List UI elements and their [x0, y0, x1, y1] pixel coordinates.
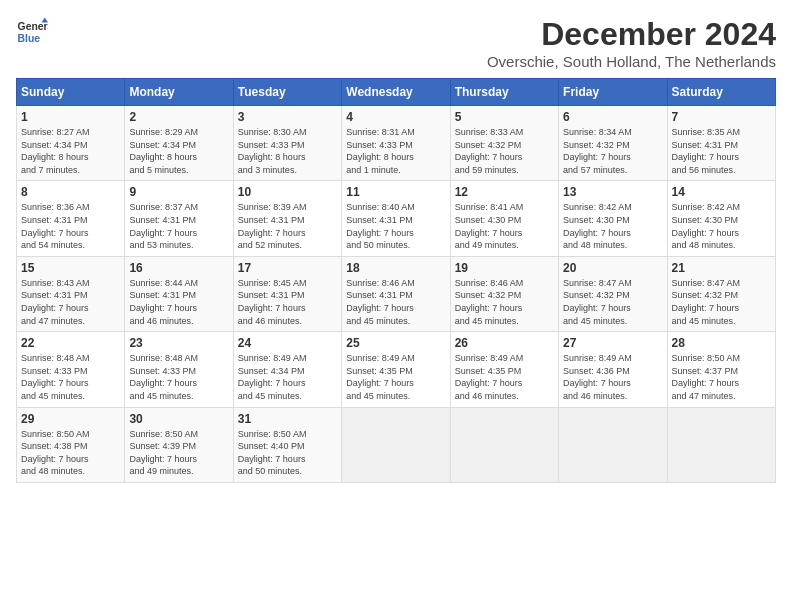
day-number: 29	[21, 412, 120, 426]
day-detail: Sunrise: 8:42 AM Sunset: 4:30 PM Dayligh…	[563, 201, 662, 251]
day-number: 21	[672, 261, 771, 275]
day-detail: Sunrise: 8:46 AM Sunset: 4:31 PM Dayligh…	[346, 277, 445, 327]
day-number: 1	[21, 110, 120, 124]
day-of-week-header: Thursday	[450, 79, 558, 106]
day-detail: Sunrise: 8:50 AM Sunset: 4:37 PM Dayligh…	[672, 352, 771, 402]
day-number: 4	[346, 110, 445, 124]
calendar-day-cell: 16Sunrise: 8:44 AM Sunset: 4:31 PM Dayli…	[125, 256, 233, 331]
svg-marker-2	[42, 18, 48, 23]
calendar-day-cell: 1Sunrise: 8:27 AM Sunset: 4:34 PM Daylig…	[17, 106, 125, 181]
calendar-week-row: 22Sunrise: 8:48 AM Sunset: 4:33 PM Dayli…	[17, 332, 776, 407]
day-number: 25	[346, 336, 445, 350]
calendar-table: SundayMondayTuesdayWednesdayThursdayFrid…	[16, 78, 776, 483]
calendar-day-cell: 5Sunrise: 8:33 AM Sunset: 4:32 PM Daylig…	[450, 106, 558, 181]
calendar-day-cell: 14Sunrise: 8:42 AM Sunset: 4:30 PM Dayli…	[667, 181, 775, 256]
calendar-day-cell: 7Sunrise: 8:35 AM Sunset: 4:31 PM Daylig…	[667, 106, 775, 181]
day-detail: Sunrise: 8:39 AM Sunset: 4:31 PM Dayligh…	[238, 201, 337, 251]
calendar-day-cell: 29Sunrise: 8:50 AM Sunset: 4:38 PM Dayli…	[17, 407, 125, 482]
day-number: 14	[672, 185, 771, 199]
day-number: 16	[129, 261, 228, 275]
calendar-day-cell: 19Sunrise: 8:46 AM Sunset: 4:32 PM Dayli…	[450, 256, 558, 331]
calendar-day-cell: 22Sunrise: 8:48 AM Sunset: 4:33 PM Dayli…	[17, 332, 125, 407]
day-detail: Sunrise: 8:45 AM Sunset: 4:31 PM Dayligh…	[238, 277, 337, 327]
page-header: General Blue December 2024 Overschie, So…	[16, 16, 776, 70]
day-of-week-header: Monday	[125, 79, 233, 106]
day-detail: Sunrise: 8:44 AM Sunset: 4:31 PM Dayligh…	[129, 277, 228, 327]
day-detail: Sunrise: 8:34 AM Sunset: 4:32 PM Dayligh…	[563, 126, 662, 176]
day-number: 5	[455, 110, 554, 124]
day-number: 17	[238, 261, 337, 275]
day-detail: Sunrise: 8:50 AM Sunset: 4:38 PM Dayligh…	[21, 428, 120, 478]
logo-icon: General Blue	[16, 16, 48, 48]
day-detail: Sunrise: 8:36 AM Sunset: 4:31 PM Dayligh…	[21, 201, 120, 251]
day-number: 18	[346, 261, 445, 275]
day-number: 23	[129, 336, 228, 350]
calendar-day-cell: 10Sunrise: 8:39 AM Sunset: 4:31 PM Dayli…	[233, 181, 341, 256]
day-number: 9	[129, 185, 228, 199]
day-number: 7	[672, 110, 771, 124]
day-number: 13	[563, 185, 662, 199]
calendar-day-cell: 13Sunrise: 8:42 AM Sunset: 4:30 PM Dayli…	[559, 181, 667, 256]
day-detail: Sunrise: 8:47 AM Sunset: 4:32 PM Dayligh…	[563, 277, 662, 327]
day-of-week-header: Tuesday	[233, 79, 341, 106]
calendar-day-cell: 30Sunrise: 8:50 AM Sunset: 4:39 PM Dayli…	[125, 407, 233, 482]
calendar-day-cell: 4Sunrise: 8:31 AM Sunset: 4:33 PM Daylig…	[342, 106, 450, 181]
day-number: 26	[455, 336, 554, 350]
calendar-day-cell: 25Sunrise: 8:49 AM Sunset: 4:35 PM Dayli…	[342, 332, 450, 407]
calendar-day-cell: 2Sunrise: 8:29 AM Sunset: 4:34 PM Daylig…	[125, 106, 233, 181]
calendar-day-cell: 26Sunrise: 8:49 AM Sunset: 4:35 PM Dayli…	[450, 332, 558, 407]
day-detail: Sunrise: 8:27 AM Sunset: 4:34 PM Dayligh…	[21, 126, 120, 176]
day-detail: Sunrise: 8:31 AM Sunset: 4:33 PM Dayligh…	[346, 126, 445, 176]
title-area: December 2024 Overschie, South Holland, …	[487, 16, 776, 70]
day-detail: Sunrise: 8:37 AM Sunset: 4:31 PM Dayligh…	[129, 201, 228, 251]
day-number: 19	[455, 261, 554, 275]
calendar-day-cell: 20Sunrise: 8:47 AM Sunset: 4:32 PM Dayli…	[559, 256, 667, 331]
day-detail: Sunrise: 8:49 AM Sunset: 4:36 PM Dayligh…	[563, 352, 662, 402]
day-detail: Sunrise: 8:49 AM Sunset: 4:34 PM Dayligh…	[238, 352, 337, 402]
day-detail: Sunrise: 8:40 AM Sunset: 4:31 PM Dayligh…	[346, 201, 445, 251]
day-detail: Sunrise: 8:50 AM Sunset: 4:40 PM Dayligh…	[238, 428, 337, 478]
day-detail: Sunrise: 8:47 AM Sunset: 4:32 PM Dayligh…	[672, 277, 771, 327]
calendar-week-row: 15Sunrise: 8:43 AM Sunset: 4:31 PM Dayli…	[17, 256, 776, 331]
day-number: 30	[129, 412, 228, 426]
day-detail: Sunrise: 8:46 AM Sunset: 4:32 PM Dayligh…	[455, 277, 554, 327]
day-number: 3	[238, 110, 337, 124]
day-detail: Sunrise: 8:42 AM Sunset: 4:30 PM Dayligh…	[672, 201, 771, 251]
day-detail: Sunrise: 8:49 AM Sunset: 4:35 PM Dayligh…	[455, 352, 554, 402]
calendar-day-cell: 11Sunrise: 8:40 AM Sunset: 4:31 PM Dayli…	[342, 181, 450, 256]
day-number: 8	[21, 185, 120, 199]
calendar-week-row: 29Sunrise: 8:50 AM Sunset: 4:38 PM Dayli…	[17, 407, 776, 482]
day-number: 12	[455, 185, 554, 199]
calendar-day-cell	[559, 407, 667, 482]
day-number: 10	[238, 185, 337, 199]
day-detail: Sunrise: 8:48 AM Sunset: 4:33 PM Dayligh…	[129, 352, 228, 402]
calendar-day-cell: 24Sunrise: 8:49 AM Sunset: 4:34 PM Dayli…	[233, 332, 341, 407]
calendar-day-cell: 28Sunrise: 8:50 AM Sunset: 4:37 PM Dayli…	[667, 332, 775, 407]
day-of-week-header: Sunday	[17, 79, 125, 106]
calendar-week-row: 1Sunrise: 8:27 AM Sunset: 4:34 PM Daylig…	[17, 106, 776, 181]
logo: General Blue	[16, 16, 48, 48]
day-number: 22	[21, 336, 120, 350]
svg-text:Blue: Blue	[18, 33, 41, 44]
calendar-day-cell: 3Sunrise: 8:30 AM Sunset: 4:33 PM Daylig…	[233, 106, 341, 181]
day-detail: Sunrise: 8:30 AM Sunset: 4:33 PM Dayligh…	[238, 126, 337, 176]
calendar-day-cell	[450, 407, 558, 482]
svg-text:General: General	[18, 21, 48, 32]
calendar-day-cell: 31Sunrise: 8:50 AM Sunset: 4:40 PM Dayli…	[233, 407, 341, 482]
calendar-day-cell: 8Sunrise: 8:36 AM Sunset: 4:31 PM Daylig…	[17, 181, 125, 256]
day-detail: Sunrise: 8:33 AM Sunset: 4:32 PM Dayligh…	[455, 126, 554, 176]
day-number: 24	[238, 336, 337, 350]
day-number: 20	[563, 261, 662, 275]
day-detail: Sunrise: 8:35 AM Sunset: 4:31 PM Dayligh…	[672, 126, 771, 176]
day-detail: Sunrise: 8:41 AM Sunset: 4:30 PM Dayligh…	[455, 201, 554, 251]
day-of-week-header: Wednesday	[342, 79, 450, 106]
day-number: 27	[563, 336, 662, 350]
calendar-day-cell: 21Sunrise: 8:47 AM Sunset: 4:32 PM Dayli…	[667, 256, 775, 331]
day-detail: Sunrise: 8:49 AM Sunset: 4:35 PM Dayligh…	[346, 352, 445, 402]
calendar-day-cell: 18Sunrise: 8:46 AM Sunset: 4:31 PM Dayli…	[342, 256, 450, 331]
page-title: December 2024	[487, 16, 776, 53]
day-number: 2	[129, 110, 228, 124]
calendar-day-cell: 12Sunrise: 8:41 AM Sunset: 4:30 PM Dayli…	[450, 181, 558, 256]
day-detail: Sunrise: 8:29 AM Sunset: 4:34 PM Dayligh…	[129, 126, 228, 176]
calendar-day-cell	[342, 407, 450, 482]
